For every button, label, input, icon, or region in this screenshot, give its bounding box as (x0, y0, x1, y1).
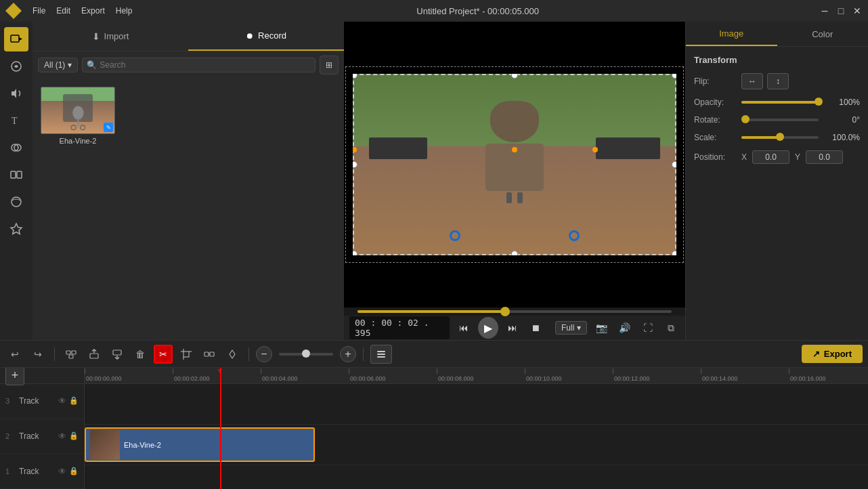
crop-handle-tm[interactable] (511, 74, 518, 79)
ruler-mark-3: 00:00:06.000 (349, 375, 437, 382)
app-logo (5, 3, 22, 19)
redo-button[interactable]: ↪ (28, 345, 47, 364)
play-button[interactable]: ▶ (478, 317, 498, 339)
filter-dropdown[interactable]: All (1) ▾ (38, 58, 78, 72)
audio-button[interactable]: 🔊 (616, 318, 634, 337)
menu-export[interactable]: Export (77, 6, 109, 16)
svg-rect-7 (17, 171, 22, 178)
props-tabs: Image Color (686, 22, 868, 47)
svg-marker-9 (11, 224, 22, 234)
ruler-marks: 00:00:00.000 00:00:02.000 00:00:04.000 0… (85, 368, 868, 383)
delete-button[interactable]: 🗑 (131, 345, 150, 364)
add-below-button[interactable] (108, 345, 127, 364)
crop-handle-ml[interactable] (353, 161, 357, 168)
skip-back-button[interactable]: ⏮ (455, 318, 473, 337)
media-item[interactable]: ✎ Eha-Vine-2 (41, 87, 115, 145)
zoom-in-button[interactable]: + (340, 346, 356, 362)
menu-help[interactable]: Help (112, 6, 137, 16)
track-icons-2: 👁 🔒 (58, 431, 79, 441)
track-lock-icon-1[interactable]: 🔒 (69, 467, 79, 476)
skip-forward-button[interactable]: ⏭ (504, 318, 521, 337)
tab-import[interactable]: ⬇ Import (32, 22, 188, 51)
tab-color[interactable]: Color (777, 22, 869, 46)
sidebar-item-favorites[interactable] (4, 217, 28, 241)
svg-rect-21 (183, 352, 189, 357)
sidebar-item-audio[interactable] (4, 81, 28, 106)
position-row: Position: X 0.0 Y 0.0 (694, 150, 860, 164)
sidebar-item-overlays[interactable] (4, 135, 28, 160)
menu-edit[interactable]: Edit (52, 6, 74, 16)
split-view-button[interactable]: ⧉ (662, 318, 680, 337)
tab-image[interactable]: Image (686, 22, 777, 46)
track-lock-icon-3[interactable]: 🔒 (69, 396, 79, 406)
sidebar-item-transitions[interactable] (4, 163, 28, 187)
rotate-handle-3[interactable] (592, 147, 598, 152)
track-lock-icon-2[interactable]: 🔒 (69, 431, 79, 441)
scale-value: 100.0% (823, 133, 860, 142)
sidebar-item-media[interactable] (4, 27, 28, 51)
track-visibility-icon-1[interactable]: 👁 (58, 467, 66, 476)
svg-point-13 (80, 125, 85, 130)
crop-handle-mr[interactable] (672, 161, 676, 168)
undo-button[interactable]: ↩ (5, 345, 24, 364)
timeline-toolbar: ↩ ↪ 🗑 ✂ − + ↗ (0, 341, 868, 368)
zoom-dropdown[interactable]: Full ▾ (555, 321, 587, 335)
sidebar-item-effects[interactable] (4, 54, 28, 79)
track-visibility-icon-3[interactable]: 👁 (58, 396, 66, 406)
scale-row: Scale: 100.0% (694, 133, 860, 142)
track-visibility-icon-2[interactable]: 👁 (58, 431, 66, 441)
time-display: 00 : 00 : 02 . 395 (349, 316, 450, 339)
fullscreen-button[interactable]: ⛶ (639, 318, 657, 337)
crop-button[interactable] (177, 345, 196, 364)
scale-slider[interactable] (741, 136, 819, 139)
zoom-out-button[interactable]: − (256, 346, 272, 362)
menu-file[interactable]: File (28, 6, 49, 16)
flip-horizontal-button[interactable]: ↔ (741, 73, 763, 89)
ruler-mark-2: 00:00:04.000 (261, 375, 349, 382)
add-above-button[interactable] (85, 345, 104, 364)
stop-button[interactable]: ⏹ (527, 318, 544, 337)
marker-button[interactable] (223, 345, 242, 364)
export-button[interactable]: ↗ Export (802, 345, 863, 363)
stitch-button[interactable] (200, 345, 219, 364)
sidebar-item-filters[interactable] (4, 190, 28, 214)
clip-eha-vine-2[interactable]: Eha-Vine-2 (85, 427, 315, 462)
timeline-settings-button[interactable] (370, 345, 392, 364)
progress-bar[interactable] (357, 310, 672, 313)
close-button[interactable]: ✕ (852, 5, 863, 16)
snapshot-button[interactable]: 📷 (592, 318, 610, 337)
sidebar-item-text[interactable]: T (4, 108, 28, 133)
group-button[interactable] (62, 345, 81, 364)
controls-bar: 00 : 00 : 02 . 395 ⏮ ▶ ⏭ ⏹ Full ▾ 📷 🔊 ⛶ … (344, 316, 685, 340)
timeline-tracks: 00:00:00.000 00:00:02.000 00:00:04.000 0… (85, 368, 868, 489)
crop-handle-bl[interactable] (353, 251, 357, 255)
timeline-ruler: 00:00:00.000 00:00:02.000 00:00:04.000 0… (85, 368, 868, 384)
add-track-button[interactable]: + (5, 368, 24, 385)
rotate-slider[interactable] (741, 119, 819, 121)
opacity-value: 100% (823, 98, 860, 107)
opacity-slider[interactable] (741, 101, 819, 104)
search-input[interactable] (100, 60, 311, 70)
x-label: X (741, 152, 747, 162)
crop-handle-tr[interactable] (672, 74, 676, 79)
rotate-handle-2[interactable] (512, 147, 517, 152)
crop-handle-tl[interactable] (353, 74, 357, 79)
minimize-button[interactable]: – (819, 5, 830, 16)
position-y-field[interactable]: 0.0 (806, 150, 843, 164)
grid-view-button[interactable]: ⊞ (320, 56, 339, 75)
media-content: ✎ Eha-Vine-2 (32, 79, 344, 340)
search-box[interactable]: 🔍 (82, 58, 316, 72)
tab-record[interactable]: ⏺ Record (188, 22, 344, 51)
flip-vertical-button[interactable]: ↕ (767, 73, 789, 89)
position-x-field[interactable]: 0.0 (752, 150, 789, 164)
preview-panel: 00 : 00 : 02 . 395 ⏮ ▶ ⏭ ⏹ Full ▾ 📷 🔊 ⛶ … (344, 22, 685, 340)
crop-handle-br[interactable] (672, 251, 676, 255)
rotate-handle-1[interactable] (353, 147, 357, 152)
zoom-slider[interactable] (279, 353, 333, 356)
crop-handle-bm[interactable] (511, 251, 518, 255)
svg-rect-6 (11, 171, 16, 178)
track-name-1: Track (19, 467, 39, 476)
maximize-button[interactable]: □ (836, 5, 846, 16)
cut-button[interactable]: ✂ (154, 345, 173, 364)
svg-rect-19 (113, 350, 121, 355)
